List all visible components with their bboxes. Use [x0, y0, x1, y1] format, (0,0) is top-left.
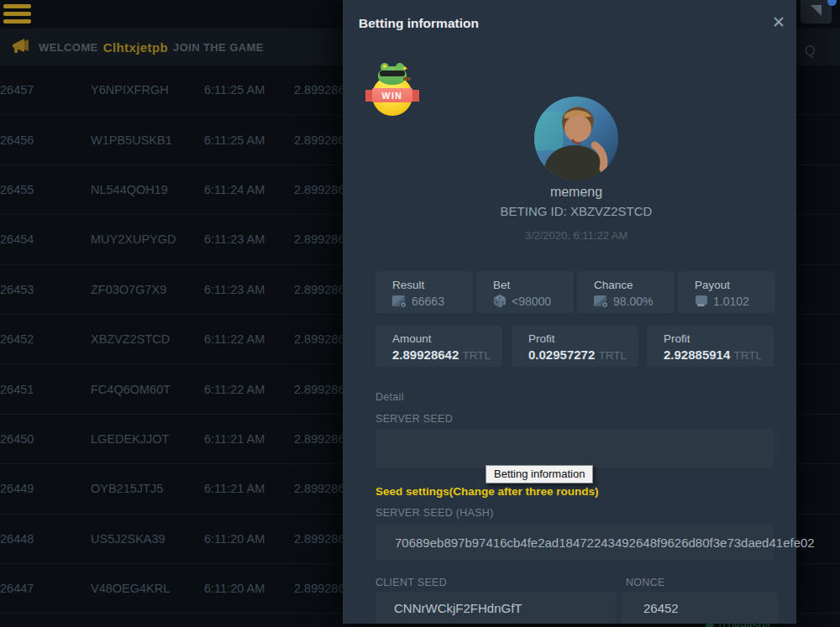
bet-code-cell: W1PB5USKB1	[91, 115, 172, 164]
chat-toggle-button[interactable]	[801, 0, 832, 24]
bet-time-cell: 6:11:22 AM	[204, 364, 265, 413]
bet-code-cell: US5J2SKA39	[91, 515, 165, 563]
bet-id-cell: 26447	[0, 564, 34, 613]
bet-time-cell: 6:11:21 AM	[204, 415, 265, 463]
nonce-field[interactable]: 26452	[622, 592, 778, 624]
bet-code-cell: LGEDEKJJOT	[91, 415, 169, 463]
chance-icon	[594, 295, 608, 308]
bet-time-cell: 6:11:21 AM	[204, 464, 265, 513]
bet-code-cell: NL544QOH19	[91, 165, 168, 214]
betting-id: BETING ID: XBZVZ2STCD	[349, 204, 803, 218]
bet-time-cell: 6:11:20 AM	[204, 564, 265, 613]
currency-label: TRTL	[462, 349, 491, 362]
bet-time-cell: 6:11:25 AM	[204, 115, 265, 164]
bet-id-cell: 26455	[0, 165, 34, 214]
server-seed-label: SERVER SEED	[375, 413, 453, 425]
welcome-message: WELCOMEClhtxjetpbJOIN THE GAME	[39, 29, 264, 65]
bet-timestamp: 3/2/2020, 6:11:22 AM	[349, 229, 803, 242]
betting-information-tooltip: Betting information	[486, 465, 593, 483]
stat-result: Result 66663	[375, 271, 473, 313]
bet-time-cell: 6:11:24 AM	[204, 165, 265, 214]
username: memeng	[349, 185, 803, 200]
background-text-fragment: Q	[805, 44, 815, 59]
nonce-label: NONCE	[626, 577, 665, 588]
avatar[interactable]	[534, 97, 618, 180]
bet-code-cell: FC4Q6OM60T	[91, 364, 171, 413]
bet-code-cell: Y6NPIXFRGH	[91, 65, 169, 114]
app-root: WELCOMEClhtxjetpbJOIN THE GAME Q 26457 Y…	[0, 0, 840, 627]
dice-icon	[493, 295, 507, 308]
win-badge: ✦ WIN	[365, 65, 419, 109]
close-icon[interactable]: ✕	[772, 14, 785, 30]
total-profit-box: Profit 2.92885914 TRTL	[647, 326, 774, 367]
bet-time-cell: 6:11:23 AM	[204, 265, 265, 314]
bet-time-cell: 6:11:22 AM	[204, 315, 265, 363]
bet-time-cell: 6:11:23 AM	[204, 215, 265, 264]
bet-id-cell: 26453	[0, 265, 34, 314]
detail-label: Detail	[375, 391, 404, 403]
menu-hamburger-icon[interactable]	[3, 4, 31, 27]
stat-bet: Bet <98000	[476, 271, 574, 313]
sparkle-icon: ✦	[402, 64, 408, 73]
stat-payout: Payout 1.0102	[678, 271, 775, 313]
server-seed-hash-label: SERVER SEED (HASH)	[375, 507, 494, 519]
currency-label: TRTL	[598, 349, 627, 362]
bet-time-cell: 6:11:25 AM	[204, 65, 265, 114]
bet-code-cell: OYB215JTJ5	[91, 464, 163, 513]
bet-id-cell: 26452	[0, 315, 34, 363]
win-label: WIN	[372, 88, 412, 102]
bet-code-cell: XBZVZ2STCD	[91, 315, 170, 363]
bet-id-cell: 26451	[0, 364, 34, 413]
megaphone-icon	[11, 36, 33, 56]
win-ribbon: WIN	[365, 88, 419, 102]
frog-mascot-icon: ✦	[378, 66, 407, 85]
client-seed-label: CLIENT SEED	[375, 577, 447, 588]
amount-box: Amount 2.89928642 TRTL	[375, 326, 502, 367]
server-seed-field[interactable]	[375, 429, 774, 468]
bet-id-cell: 26448	[0, 515, 34, 563]
notification-badge	[827, 0, 837, 6]
bet-id-cell: 26450	[0, 415, 34, 463]
send-arrow-icon	[801, 0, 832, 24]
modal-title: Betting information	[359, 16, 479, 31]
client-seed-field[interactable]: CNNrWCkjF2FHdnGfT	[375, 592, 616, 624]
server-seed-hash-field[interactable]: 70689eb897b97416cb4fe2ad18472243492648f9…	[375, 525, 774, 560]
welcome-username: Clhtxjetpb	[103, 40, 168, 55]
avatar-photo	[534, 97, 618, 180]
bet-code-cell: ZF03O7G7X9	[91, 265, 166, 314]
bet-id-cell: 26457	[0, 65, 34, 114]
profit-box: Profit 0.02957272 TRTL	[512, 326, 638, 367]
result-icon	[392, 295, 407, 308]
bet-code-cell: V48OEG4KRL	[91, 564, 170, 613]
seed-settings-heading: Seed settings(Change after three rounds)	[375, 485, 599, 498]
bet-code-cell: MUY2XUPYGD	[91, 215, 176, 264]
bet-time-cell: 6:11:20 AM	[204, 515, 265, 563]
payout-icon	[695, 295, 708, 307]
currency-label: TRTL	[733, 349, 762, 362]
stat-chance: Chance 98.00%	[577, 271, 675, 313]
bet-id-cell: 26449	[0, 464, 34, 513]
bet-id-cell: 26454	[0, 215, 34, 264]
betting-information-modal: Betting information ✕ ✦ WIN	[343, 0, 796, 624]
bet-id-cell: 26456	[0, 115, 34, 164]
